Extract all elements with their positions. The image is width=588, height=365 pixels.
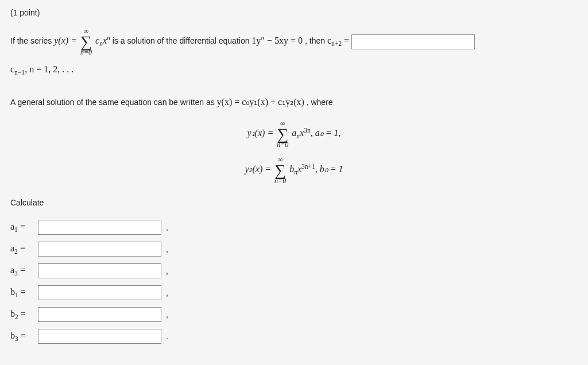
sigma-bottom: n=0 [274, 177, 286, 184]
input-b2[interactable] [38, 307, 161, 322]
label-b2: b2 = [10, 309, 33, 320]
input-b1[interactable] [38, 285, 161, 300]
text-then: , then [305, 36, 327, 45]
punct-b1: , [166, 288, 168, 297]
where-text: , where [307, 98, 333, 107]
punct-a2: , [166, 244, 168, 254]
row-b2: b2 = , [10, 307, 578, 322]
recur-cn2: cn+2 [327, 36, 342, 45]
general-eq: y(x) = c₀y₁(x) + c₁y₂(x) [217, 97, 304, 107]
y1-term: anx3n [292, 128, 310, 138]
cn-minus-1: cn−1 [10, 64, 25, 74]
y1-tail: , a₀ = 1, [311, 128, 341, 138]
sigma-y2: ∞ ∑ n=0 [274, 156, 286, 184]
label-a1: a1 = [10, 222, 33, 233]
input-cn2[interactable] [351, 34, 475, 49]
punct-a3: , [166, 266, 168, 275]
general-solution-line: A general solution of the same equation … [10, 92, 578, 112]
y2-lhs: y₂(x) = [245, 164, 273, 174]
series-yofx: y(x) = [54, 36, 79, 45]
y2-tail: , b₀ = 1 [315, 164, 343, 174]
input-a1[interactable] [38, 220, 161, 235]
row-a2: a2 = , [10, 242, 578, 257]
row-b3: b3 = . [10, 329, 578, 344]
series-term: cnxn [95, 36, 110, 45]
punct-b3: . [166, 332, 168, 341]
label-a3: a3 = [10, 265, 33, 277]
row-b1: b1 = , [10, 285, 578, 300]
punct-b2: , [166, 310, 168, 319]
sigma-series: ∞ ∑ n=0 [80, 28, 92, 56]
text-is-solution: is a solution of the differential equati… [113, 36, 252, 45]
points-label: (1 point) [10, 8, 578, 17]
input-a2[interactable] [38, 242, 161, 257]
row-a3: a3 = , [10, 263, 578, 278]
sigma-bottom: n=0 [80, 49, 92, 56]
label-a2: a2 = [10, 243, 33, 255]
label-b1: b1 = [10, 287, 33, 298]
equals: = [344, 36, 351, 45]
punct-a1: , [166, 223, 168, 232]
sigma-symbol: ∑ [80, 34, 92, 49]
cn-tail-line: cn−1, n = 1, 2, . . . [10, 59, 578, 80]
sigma-symbol: ∑ [274, 163, 286, 177]
input-b3[interactable] [38, 329, 161, 344]
y2-definition: y₂(x) = ∞ ∑ n=0 bnx3n+1, b₀ = 1 [10, 156, 578, 184]
y2-term: bnx3n+1 [289, 164, 315, 174]
sigma-bottom: n=0 [277, 141, 288, 148]
general-text: A general solution of the same equation … [10, 98, 217, 107]
series-statement: If the series y(x) = ∞ ∑ n=0 cnxn is a s… [10, 28, 578, 56]
text-if-series: If the series [10, 36, 54, 45]
diff-eq: 1y″ − 5xy = 0 [252, 36, 303, 45]
calculate-label: Calculate [10, 198, 578, 207]
sigma-y1: ∞ ∑ n=0 [277, 120, 288, 148]
y1-definition: y₁(x) = ∞ ∑ n=0 anx3n, a₀ = 1, [10, 120, 578, 148]
label-b3: b3 = [10, 331, 33, 342]
problem-container: (1 point) If the series y(x) = ∞ ∑ n=0 c… [0, 0, 588, 365]
y1-lhs: y₁(x) = [247, 128, 276, 138]
row-a1: a1 = , [10, 220, 578, 235]
input-a3[interactable] [38, 263, 161, 278]
cn-tail-rest: , n = 1, 2, . . . [25, 64, 74, 74]
sigma-symbol: ∑ [277, 127, 288, 141]
